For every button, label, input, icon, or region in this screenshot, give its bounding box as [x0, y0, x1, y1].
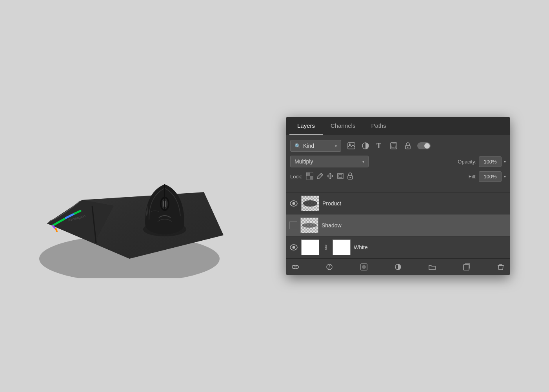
opacity-chevron-icon: ▾	[504, 160, 506, 164]
kind-chevron-icon: ▾	[335, 144, 337, 148]
svg-rect-11	[392, 144, 396, 148]
kind-dropdown[interactable]: 🔍 Kind ▾	[290, 140, 341, 152]
main-area: Kensington	[0, 0, 549, 392]
layer-thumb-white-left	[301, 240, 319, 255]
svg-rect-15	[306, 172, 310, 176]
tab-layers[interactable]: Layers	[289, 117, 323, 135]
svg-point-29	[362, 265, 366, 269]
lock-icons	[306, 172, 353, 181]
layer-visibility-white[interactable]	[289, 243, 298, 252]
link-layers-button[interactable]	[290, 262, 300, 272]
text-filter-icon[interactable]: T	[374, 140, 385, 151]
add-style-button[interactable]: ƒ	[324, 262, 334, 272]
opacity-label: Opacity:	[458, 159, 476, 165]
tab-channels[interactable]: Channels	[323, 117, 363, 135]
panel-body: 🔍 Kind ▾	[286, 135, 510, 192]
kind-label: Kind	[303, 143, 314, 149]
search-icon: 🔍	[294, 143, 301, 149]
svg-rect-18	[339, 174, 342, 178]
layer-thumb-white-right	[333, 240, 351, 255]
fill-chevron-icon: ▾	[504, 174, 506, 179]
lock-artboard-icon[interactable]	[337, 172, 344, 181]
add-mask-button[interactable]	[359, 262, 369, 272]
new-layer-button[interactable]	[462, 262, 472, 272]
layer-visibility-product[interactable]	[289, 199, 298, 208]
kind-row: 🔍 Kind ▾	[290, 140, 506, 152]
layer-link-icon	[322, 244, 329, 251]
lock-label: Lock:	[290, 174, 302, 180]
fill-label: Fill:	[469, 174, 476, 180]
svg-point-25	[325, 247, 327, 248]
fill-group: Fill: 100% ▾	[469, 171, 506, 182]
layer-row-shadow[interactable]: Shadow	[286, 214, 510, 236]
lock-all-icon[interactable]	[347, 172, 353, 181]
opacity-group: Opacity: 100% ▾	[458, 156, 506, 167]
layer-thumb-product	[301, 196, 319, 211]
panel-tabs: Layers Channels Paths	[286, 117, 510, 135]
svg-point-7	[349, 143, 351, 145]
svg-point-13	[407, 147, 409, 148]
blend-chevron-icon: ▾	[362, 160, 364, 164]
svg-point-24	[293, 246, 295, 249]
image-filter-icon[interactable]	[346, 140, 357, 151]
svg-rect-10	[391, 143, 397, 149]
filter-icons: T	[346, 140, 413, 151]
new-adjustment-button[interactable]	[393, 262, 403, 272]
lock-position-icon[interactable]	[327, 172, 334, 181]
layer-visibility-shadow[interactable]	[289, 221, 297, 229]
adjustment-filter-icon[interactable]	[360, 140, 371, 151]
layer-thumb-shadow	[300, 218, 318, 233]
svg-text:T: T	[376, 142, 381, 149]
fill-value[interactable]: 100%	[479, 171, 502, 182]
svg-rect-31	[464, 265, 469, 270]
layers-list: Product Shadow	[286, 192, 510, 258]
layer-name-product: Product	[322, 200, 507, 207]
lock-transparency-icon[interactable]	[306, 172, 313, 181]
lock-row: Lock:	[290, 171, 506, 182]
new-group-button[interactable]	[427, 262, 437, 272]
svg-point-20	[350, 177, 351, 178]
blend-mode-value: Multiply	[294, 158, 313, 165]
layer-name-white: White	[354, 244, 507, 250]
svg-rect-16	[310, 176, 313, 180]
shape-filter-icon[interactable]	[388, 140, 399, 151]
product-area: Kensington	[24, 98, 243, 294]
layers-panel: Layers Channels Paths 🔍 Kind ▾	[286, 117, 510, 275]
blend-mode-dropdown[interactable]: Multiply ▾	[290, 156, 369, 167]
opacity-value[interactable]: 100%	[479, 156, 502, 167]
svg-text:ƒ: ƒ	[328, 264, 331, 270]
tab-paths[interactable]: Paths	[363, 117, 394, 135]
panel-bottom-toolbar: ƒ	[286, 258, 510, 275]
svg-point-22	[293, 202, 295, 205]
lock-filter-icon[interactable]	[402, 140, 413, 151]
layer-row-product[interactable]: Product	[286, 192, 510, 214]
layer-row-white[interactable]: White	[286, 236, 510, 258]
layer-name-shadow: Shadow	[322, 222, 507, 229]
lock-pixels-icon[interactable]	[316, 172, 324, 181]
blend-row: Multiply ▾ Opacity: 100% ▾	[290, 156, 506, 167]
svg-rect-17	[338, 173, 343, 179]
delete-layer-button[interactable]	[496, 262, 506, 272]
filter-toggle[interactable]	[417, 142, 431, 149]
